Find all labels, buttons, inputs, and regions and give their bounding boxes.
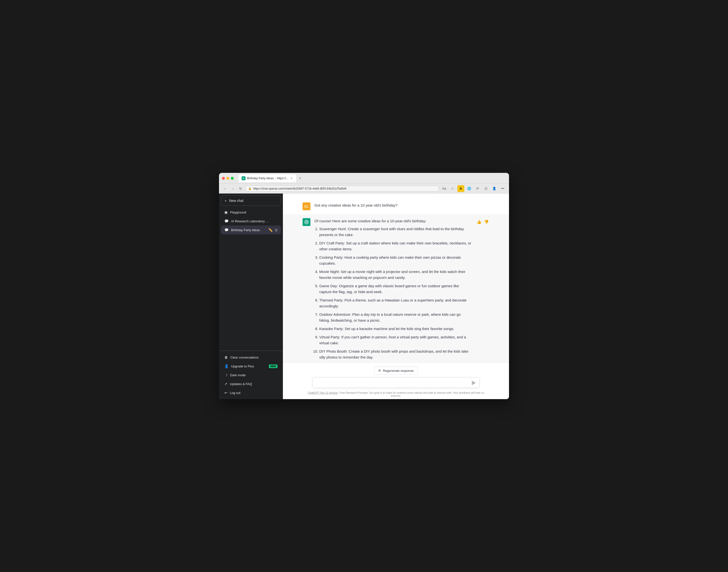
addressbar: ← → ↻ 🔒 https://chat.openai.com/chat/e3b…: [219, 184, 509, 194]
reload-button[interactable]: ↻: [238, 186, 244, 192]
list-item: Scavenger Hunt: Create a scavenger hunt …: [319, 226, 472, 238]
list-item: DIY Photo Booth: Create a DIY photo boot…: [319, 349, 472, 360]
list-item: Virtual Party: If you can't gather in pe…: [319, 334, 472, 346]
ai-avatar: [303, 218, 310, 226]
address-field[interactable]: 🔒 https://chat.openai.com/chat/e3b32687-…: [246, 186, 439, 192]
chat-input[interactable]: [312, 377, 480, 388]
sync-icon[interactable]: ⟳: [474, 185, 481, 192]
new-chat-label: New chat: [229, 199, 243, 203]
regenerate-button[interactable]: ⟳ Regenerate response: [374, 367, 418, 375]
thumbs-down-button[interactable]: 👎: [483, 219, 489, 225]
regenerate-icon: ⟳: [378, 369, 381, 372]
list-item: Cooking Party: Host a cooking party wher…: [319, 255, 472, 266]
list-item: Outdoor Adventure: Plan a day trip to a …: [319, 311, 472, 324]
clear-conversations-label: Clear conversations: [230, 356, 258, 359]
send-button[interactable]: [470, 379, 477, 386]
chat-bubble-icon: 💬: [224, 219, 229, 223]
upgrade-to-plus-button[interactable]: 👤 Upgrade to Plus NEW: [221, 362, 281, 371]
updates-label: Updates & FAQ: [230, 382, 252, 386]
updates-faq-button[interactable]: ↗ Updates & FAQ: [221, 379, 281, 388]
back-button[interactable]: ←: [222, 186, 228, 192]
tab-close-button[interactable]: ✕: [290, 176, 293, 180]
ideas-list: Scavenger Hunt: Create a scavenger hunt …: [319, 226, 472, 360]
assistant-message-content: Of course! Here are some creative ideas …: [314, 218, 472, 362]
footer-text: ChatGPT Feb 13 Version. Free Research Pr…: [303, 391, 489, 397]
user-message-row: CL Got any creative ideas for a 10 year …: [283, 199, 509, 214]
sidebar-top: + New chat ▣ Playground 💬 AI Research La…: [219, 194, 283, 351]
trash-icon: 🗑: [224, 355, 228, 359]
forward-button[interactable]: →: [230, 186, 236, 192]
thumbs-up-button[interactable]: 👍: [476, 219, 482, 225]
extension-r-icon[interactable]: R: [458, 185, 464, 192]
browser-window: C Birthday Party Ideas. - https://... ✕ …: [219, 173, 509, 399]
message-actions: 👍 👎: [476, 218, 489, 362]
delete-icon[interactable]: 🗑: [274, 227, 278, 232]
upgrade-label: Upgrade to Plus: [231, 364, 254, 368]
new-tab-button[interactable]: +: [297, 175, 303, 181]
list-item: DIY Craft Party: Set up a craft station …: [319, 240, 472, 252]
split-view-icon[interactable]: ⊡: [482, 185, 489, 192]
external-link-icon: ↗: [224, 382, 227, 386]
footer-link[interactable]: ChatGPT Feb 13 Version: [308, 391, 338, 394]
reader-mode-icon[interactable]: Aa: [441, 185, 448, 192]
bookmark-icon[interactable]: ☆: [449, 185, 456, 192]
chat-input-container: [312, 377, 480, 389]
user-message-content: Got any creative ideas for a 10 year old…: [314, 202, 489, 210]
input-area: ⟳ Regenerate response ChatGPT Feb 13 Ver…: [283, 362, 509, 399]
logout-button[interactable]: ↩ Log out: [221, 388, 281, 397]
main-layout: + New chat ▣ Playground 💬 AI Research La…: [219, 194, 509, 399]
tab-title: Birthday Party Ideas. - https://...: [247, 176, 288, 180]
grid-icon: ▣: [224, 210, 228, 214]
logout-label: Log out: [230, 391, 240, 395]
tab-favicon: C: [242, 176, 246, 180]
close-window-button[interactable]: [222, 177, 225, 180]
logout-icon: ↩: [224, 391, 227, 395]
playground-label: Playground: [230, 211, 268, 214]
birthday-party-label: Birthday Party Ideas.: [231, 228, 269, 232]
list-item: Movie Night: Set up a movie night with a…: [319, 269, 472, 281]
user-avatar: CL: [303, 202, 310, 210]
lock-icon: 🔒: [248, 187, 252, 190]
sidebar-bottom: 🗑 Clear conversations 👤 Upgrade to Plus …: [219, 351, 283, 399]
rename-icon[interactable]: ✏️: [268, 227, 273, 232]
sidebar-item-playground[interactable]: ▣ Playground: [221, 208, 281, 217]
dark-mode-button[interactable]: ☽ Dark mode: [221, 371, 281, 379]
maximize-window-button[interactable]: [231, 177, 234, 180]
clear-conversations-button[interactable]: 🗑 Clear conversations: [221, 353, 281, 362]
chat-area: CL Got any creative ideas for a 10 year …: [283, 194, 509, 399]
messages-container: CL Got any creative ideas for a 10 year …: [283, 194, 509, 362]
list-item: Karaoke Party: Set up a karaoke machine …: [319, 326, 472, 332]
sidebar-item-birthday-party[interactable]: 💬 Birthday Party Ideas. ✏️ 🗑: [221, 225, 281, 234]
chat-bubble-icon-2: 💬: [224, 228, 229, 232]
toolbar-icons: Aa ☆ R 🌐 ⟳ ⊡ 👤 •••: [441, 185, 506, 192]
sidebar-item-ai-research[interactable]: 💬 AI Research Laboratory Foun: [221, 217, 281, 225]
new-chat-button[interactable]: + New chat: [221, 196, 281, 206]
profile-icon[interactable]: 👤: [491, 185, 498, 192]
ai-research-label: AI Research Laboratory Foun: [231, 219, 269, 223]
more-options-icon[interactable]: •••: [499, 185, 506, 192]
active-tab[interactable]: C Birthday Party Ideas. - https://... ✕: [239, 174, 296, 182]
new-badge: NEW: [269, 364, 277, 368]
user-icon: 👤: [224, 364, 229, 368]
url-text: https://chat.openai.com/chat/e3b32687-57…: [253, 187, 346, 190]
list-item: Themed Party: Pick a theme, such as a Ha…: [319, 297, 472, 309]
titlebar: C Birthday Party Ideas. - https://... ✕ …: [219, 173, 509, 184]
sidebar: + New chat ▣ Playground 💬 AI Research La…: [219, 194, 283, 399]
traffic-lights: [222, 177, 234, 180]
assistant-message-row: Of course! Here are some creative ideas …: [283, 214, 509, 362]
tab-area: C Birthday Party Ideas. - https://... ✕ …: [239, 174, 506, 182]
item-actions: ✏️ 🗑: [268, 227, 278, 232]
moon-icon: ☽: [224, 373, 228, 377]
list-item: Game Day: Organize a game day with class…: [319, 283, 472, 295]
extension-globe-icon[interactable]: 🌐: [466, 185, 473, 192]
plus-icon: +: [225, 199, 227, 203]
regenerate-label: Regenerate response: [383, 369, 414, 372]
minimize-window-button[interactable]: [226, 177, 229, 180]
dark-mode-label: Dark mode: [230, 373, 246, 377]
